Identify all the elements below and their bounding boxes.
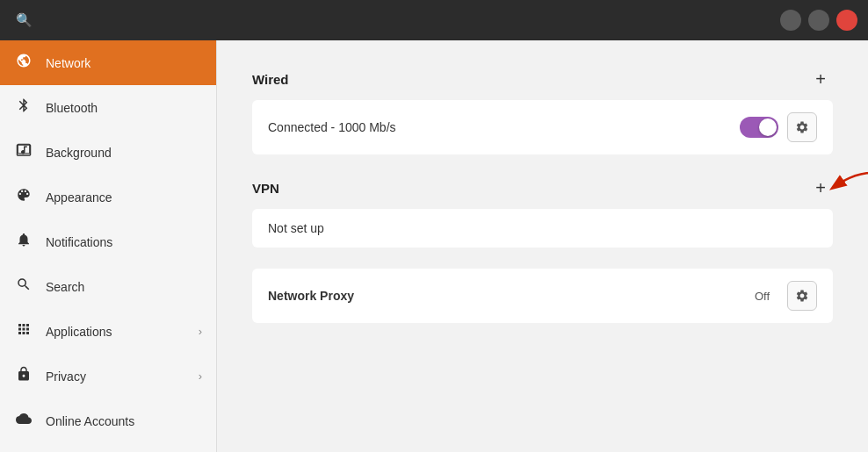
gear-button-proxy-row[interactable] <box>787 281 817 311</box>
sidebar-item-label: Appearance <box>46 190 202 204</box>
toggle-switch[interactable] <box>740 117 778 138</box>
sidebar-item-label: Notifications <box>46 235 202 249</box>
status-text: Off <box>755 290 770 303</box>
plus-icon: + <box>815 69 826 90</box>
plus-icon: + <box>815 178 826 198</box>
gear-icon <box>795 289 809 303</box>
row-label-proxy-row: Network Proxy <box>268 289 755 303</box>
background-icon <box>14 142 33 162</box>
search-icon: 🔍 <box>16 12 33 28</box>
section-network-proxy: Network ProxyOff <box>252 269 833 323</box>
sidebar-item-label: Applications <box>46 325 186 339</box>
add-wired-button[interactable]: + <box>808 67 833 91</box>
close-button[interactable] <box>836 10 857 31</box>
sidebar-item-label: Search <box>46 280 202 294</box>
row-vpn-status: Not set up <box>252 209 833 248</box>
bluetooth-icon <box>14 97 33 118</box>
section-vpn: VPN+ Not set up <box>252 176 833 248</box>
sidebar-item-background[interactable]: Background <box>0 130 216 175</box>
section-header-wired: Wired+ <box>252 67 833 91</box>
privacy-icon <box>14 366 33 386</box>
card-vpn: Not set up <box>252 209 833 248</box>
search-icon <box>14 276 33 297</box>
appearance-icon <box>14 187 33 207</box>
section-wired: Wired+Connected - 1000 Mb/s <box>252 67 833 154</box>
titlebar-left: 🔍 <box>11 7 221 33</box>
row-proxy-row[interactable]: Network ProxyOff <box>252 269 833 323</box>
sidebar-item-online-accounts[interactable]: Online Accounts <box>0 398 216 443</box>
sidebar-item-privacy[interactable]: Privacy› <box>0 354 216 398</box>
sidebar-item-notifications[interactable]: Notifications <box>0 219 216 264</box>
sidebar: NetworkBluetoothBackgroundAppearanceNoti… <box>0 40 217 452</box>
sidebar-item-search[interactable]: Search <box>0 264 216 309</box>
card-network-proxy: Network ProxyOff <box>252 269 833 323</box>
sidebar-item-network[interactable]: Network <box>0 40 216 85</box>
gear-icon <box>795 120 809 134</box>
gear-button-wired-connection[interactable] <box>787 112 817 142</box>
row-label-vpn-status: Not set up <box>268 221 817 235</box>
add-vpn-button[interactable]: + <box>808 176 833 200</box>
applications-icon <box>14 321 33 341</box>
sidebar-item-label: Online Accounts <box>46 414 202 428</box>
arrow-annotation <box>828 169 868 201</box>
card-wired: Connected - 1000 Mb/s <box>252 100 833 154</box>
content-area: Wired+Connected - 1000 Mb/s VPN+ Not set… <box>217 40 868 452</box>
toggle-track[interactable] <box>740 117 778 138</box>
menu-button[interactable] <box>54 7 81 33</box>
sidebar-item-label: Bluetooth <box>46 101 202 115</box>
network-icon <box>14 53 33 73</box>
sidebar-item-applications[interactable]: Applications› <box>0 309 216 354</box>
sidebar-item-appearance[interactable]: Appearance <box>0 175 216 219</box>
maximize-button[interactable] <box>808 10 829 31</box>
search-button[interactable]: 🔍 <box>11 7 37 33</box>
section-title-wired: Wired <box>252 72 289 87</box>
sidebar-item-label: Privacy <box>46 369 186 384</box>
chevron-right-icon: › <box>199 369 202 383</box>
titlebar-right <box>770 10 857 31</box>
minimize-button[interactable] <box>780 10 801 31</box>
toggle-thumb <box>759 118 777 136</box>
titlebar: 🔍 <box>0 0 868 40</box>
chevron-right-icon: › <box>199 325 202 338</box>
row-label-wired-connection: Connected - 1000 Mb/s <box>268 120 740 134</box>
section-title-vpn: VPN <box>252 181 279 196</box>
section-header-vpn: VPN+ <box>252 176 833 200</box>
sidebar-item-label: Background <box>46 146 202 160</box>
row-wired-connection[interactable]: Connected - 1000 Mb/s <box>252 100 833 154</box>
notifications-icon <box>14 232 33 252</box>
online-accounts-icon <box>14 411 33 431</box>
sidebar-item-sharing[interactable]: Sharing <box>0 443 216 452</box>
sidebar-item-bluetooth[interactable]: Bluetooth <box>0 85 216 130</box>
main-layout: NetworkBluetoothBackgroundAppearanceNoti… <box>0 40 868 452</box>
sidebar-item-label: Network <box>46 56 202 70</box>
